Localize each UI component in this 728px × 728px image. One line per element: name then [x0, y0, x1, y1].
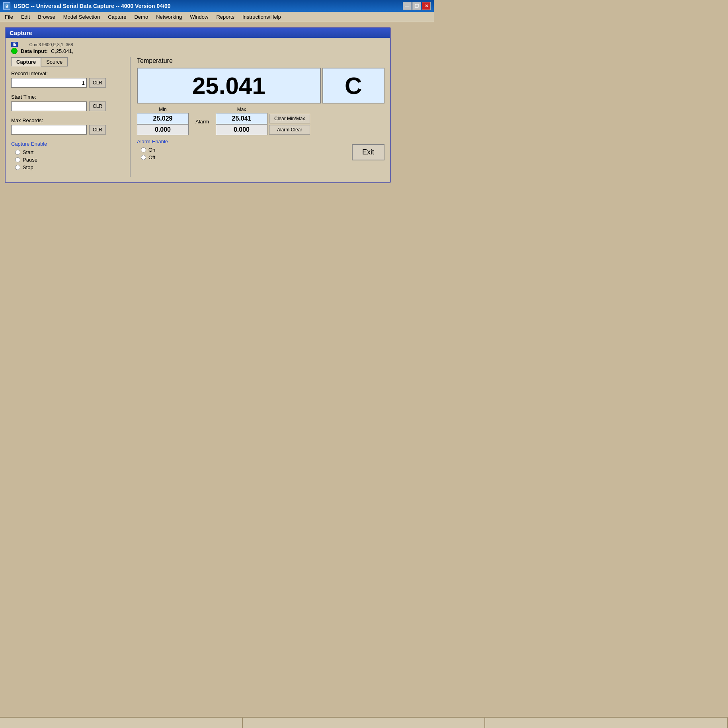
max-col: Max 25.041 0.000 [216, 107, 267, 135]
window-controls[interactable]: — ❐ ✕ [403, 2, 431, 10]
record-interval-label: Record Interval: [11, 70, 123, 76]
record-interval-input[interactable] [11, 78, 87, 88]
menu-file[interactable]: File [2, 13, 16, 21]
capture-enable-group: Capture Enable Start Pause [11, 141, 123, 170]
alarm-max-value-box: 0.000 [216, 124, 267, 135]
capture-radio-group: Start Pause Stop [11, 149, 123, 170]
alarm-enable-group: Alarm Enable On Off [137, 139, 168, 160]
com-info: Com3:9600,E,8,1 :368 [29, 42, 73, 47]
menu-networking[interactable]: Networking [153, 13, 185, 21]
ie-badge: IE [11, 42, 18, 47]
exit-button[interactable]: Exit [352, 144, 384, 160]
max-records-label: Max Records: [11, 117, 123, 123]
left-panel: Capture Source Record Interval: CLR Star… [11, 57, 131, 177]
capture-pause-label: Pause [23, 157, 37, 163]
temperature-label: Temperature [137, 57, 384, 64]
clear-min-max-button[interactable]: Clear Min/Max [269, 114, 310, 123]
data-input-value: C,25.041, [51, 48, 73, 54]
app-icon: 🖥 [3, 2, 10, 10]
tab-bar: Capture Source [11, 57, 123, 66]
start-time-clr-button[interactable]: CLR [89, 101, 106, 111]
close-button[interactable]: ✕ [422, 2, 431, 10]
capture-pause-radio[interactable] [15, 157, 20, 162]
capture-window: Capture IE Com3:9600,E,8,1 :368 Data Inp… [5, 27, 391, 183]
status-led [11, 48, 18, 54]
main-value: 25.041 [192, 72, 265, 100]
menu-bar: File Edit Browse Model Selection Capture… [0, 12, 434, 22]
max-value: 25.041 [232, 115, 252, 122]
alarm-on-radio[interactable] [141, 147, 146, 152]
capture-pause-option[interactable]: Pause [15, 157, 123, 163]
restore-button[interactable]: ❐ [412, 2, 421, 10]
capture-start-option[interactable]: Start [15, 149, 123, 155]
big-display: 25.041 C [137, 68, 384, 103]
capture-enable-label: Capture Enable [11, 141, 123, 147]
minimize-button[interactable]: — [403, 2, 412, 10]
alarm-min-value-box: 0.000 [137, 124, 189, 135]
alarm-center-col: Alarm [190, 107, 214, 125]
record-interval-clr-button[interactable]: CLR [89, 78, 106, 88]
alarm-on-option[interactable]: On [141, 147, 168, 153]
right-panel: Temperature 25.041 C Min [131, 57, 384, 177]
menu-capture[interactable]: Capture [105, 13, 129, 21]
min-value-box: 25.029 [137, 113, 189, 124]
min-value: 25.029 [153, 115, 173, 122]
panels: Capture Source Record Interval: CLR Star… [11, 57, 384, 177]
unit-value: C [345, 72, 362, 100]
unit-box: C [322, 68, 385, 103]
status-bar: IE Com3:9600,E,8,1 :368 Data Input: C,25… [11, 42, 384, 54]
menu-model-selection[interactable]: Model Selection [60, 13, 103, 21]
record-interval-group: Record Interval: CLR [11, 70, 123, 88]
capture-stop-label: Stop [23, 164, 33, 170]
main-content: Capture IE Com3:9600,E,8,1 :368 Data Inp… [0, 22, 434, 422]
capture-start-label: Start [23, 149, 33, 155]
alarm-on-label: On [148, 147, 155, 153]
tab-source[interactable]: Source [41, 57, 68, 66]
max-value-box: 25.041 [216, 113, 267, 124]
max-header: Max [237, 107, 246, 112]
capture-stop-radio[interactable] [15, 165, 20, 170]
main-value-box: 25.041 [137, 68, 321, 103]
start-time-input[interactable] [11, 101, 87, 111]
action-buttons: Clear Min/Max Alarm Clear [269, 107, 310, 135]
capture-stop-option[interactable]: Stop [15, 164, 123, 170]
bottom-row: Alarm Enable On Off [137, 139, 384, 160]
alarm-min-value: 0.000 [155, 126, 171, 133]
tab-capture[interactable]: Capture [11, 57, 41, 66]
title-bar: 🖥 USDC -- Universal Serial Data Capture … [0, 0, 434, 12]
alarm-off-label: Off [148, 154, 155, 160]
app-title: USDC -- Universal Serial Data Capture --… [14, 3, 171, 9]
menu-browse[interactable]: Browse [35, 13, 58, 21]
alarm-max-value: 0.000 [234, 126, 250, 133]
alarm-off-option[interactable]: Off [141, 154, 168, 160]
max-records-input[interactable] [11, 125, 87, 135]
menu-edit[interactable]: Edit [18, 13, 33, 21]
max-records-group: Max Records: CLR [11, 117, 123, 135]
capture-start-radio[interactable] [15, 150, 20, 155]
start-time-label: Start Time: [11, 94, 123, 100]
menu-reports[interactable]: Reports [213, 13, 238, 21]
max-records-clr-button[interactable]: CLR [89, 125, 106, 135]
alarm-off-radio[interactable] [141, 155, 146, 160]
menu-instructions-help[interactable]: Instructions/Help [239, 13, 284, 21]
data-input-label: Data Input: [21, 48, 48, 54]
menu-demo[interactable]: Demo [131, 13, 151, 21]
start-time-group: Start Time: CLR [11, 94, 123, 111]
alarm-center-label: Alarm [195, 119, 209, 125]
min-header: Min [159, 107, 166, 112]
alarm-radio-group: On Off [137, 147, 168, 160]
menu-window[interactable]: Window [187, 13, 211, 21]
capture-window-title: Capture [6, 28, 390, 38]
min-col: Min 25.029 0.000 [137, 107, 189, 135]
alarm-enable-label: Alarm Enable [137, 139, 168, 144]
alarm-clear-button[interactable]: Alarm Clear [269, 125, 310, 135]
